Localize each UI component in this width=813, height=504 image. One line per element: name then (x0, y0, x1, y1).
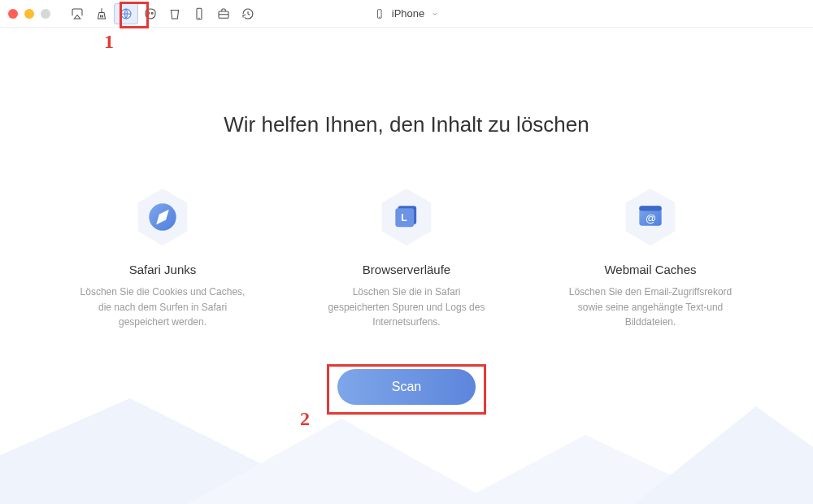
chevron-down-icon (431, 10, 439, 18)
zoom-window-button[interactable] (41, 9, 50, 19)
history-stack-icon: L (376, 186, 437, 248)
card-description: Löschen Sie die in Safari gespeicherten … (313, 285, 500, 330)
card-safari-junks: Safari Junks Löschen Sie die Cookies und… (69, 186, 256, 330)
card-webmail-caches: @ Webmail Caches Löschen Sie den Email-Z… (557, 186, 744, 330)
device-label: iPhone (392, 7, 424, 20)
svg-point-1 (148, 12, 150, 14)
history-clock-icon[interactable] (236, 3, 260, 24)
webmail-at-icon: @ (620, 186, 681, 248)
svg-point-2 (151, 12, 153, 14)
card-browser-history: L Browserverläufe Löschen Sie die in Saf… (313, 186, 500, 330)
page-title: Wir helfen Ihnen, den Inhalt zu löschen (224, 112, 589, 137)
main-content: Wir helfen Ihnen, den Inhalt zu löschen … (0, 28, 813, 504)
svg-rect-15 (639, 206, 661, 211)
window-titlebar: iPhone (0, 0, 813, 28)
cleanup-brush-icon[interactable] (89, 3, 114, 24)
svg-text:L: L (401, 212, 407, 224)
trash-icon[interactable] (163, 3, 187, 24)
window-controls (8, 9, 50, 19)
phone-icon (374, 7, 385, 21)
airplay-icon[interactable] (65, 3, 89, 24)
card-description: Löschen Sie den Email-Zugriffsrekord sow… (557, 285, 744, 330)
close-window-button[interactable] (8, 9, 18, 19)
card-title: Safari Junks (69, 263, 256, 276)
svg-text:@: @ (646, 212, 656, 224)
minimize-window-button[interactable] (24, 9, 34, 19)
device-picker[interactable]: iPhone (374, 7, 439, 21)
card-title: Browserverläufe (313, 263, 500, 276)
safari-compass-icon (132, 186, 193, 248)
privacy-globe-icon[interactable] (114, 3, 138, 24)
background-mountains (0, 390, 813, 504)
briefcase-icon[interactable] (211, 3, 236, 24)
feature-cards: Safari Junks Löschen Sie die Cookies und… (69, 186, 744, 330)
toolbar (65, 3, 260, 24)
device-icon[interactable] (187, 3, 211, 24)
incognito-mask-icon[interactable] (138, 3, 163, 24)
card-title: Webmail Caches (557, 263, 744, 276)
card-description: Löschen Sie die Cookies und Caches, die … (69, 285, 256, 330)
